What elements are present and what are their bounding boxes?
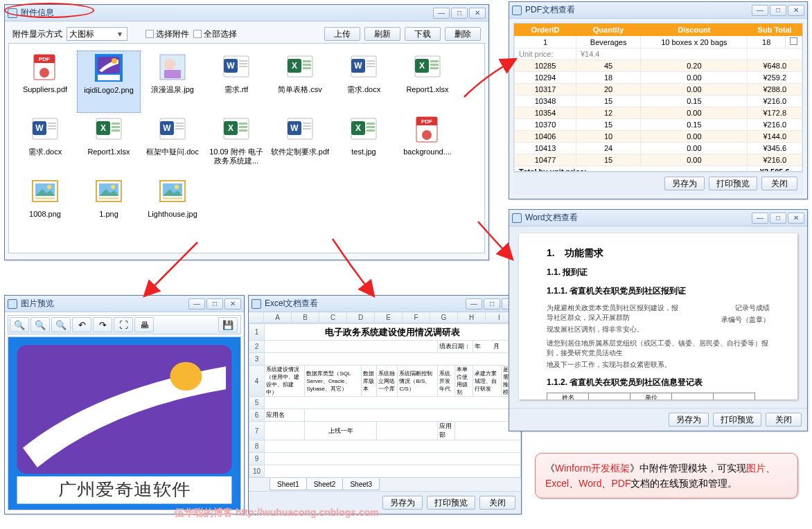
file-item[interactable]: XReport1.xlsx xyxy=(77,113,141,175)
print-icon[interactable]: 🖶 xyxy=(134,317,154,332)
table-row: 10285450.20¥648.0 xyxy=(515,60,802,72)
file-item[interactable]: 浪漫温泉.jpg xyxy=(141,51,204,113)
file-item[interactable]: PDFbackground.... xyxy=(396,113,459,175)
sheet-tab[interactable]: Sheet2 xyxy=(306,478,344,490)
file-item[interactable]: X简单表格.csv xyxy=(268,51,332,113)
file-item[interactable]: W需求.docx xyxy=(13,113,77,175)
spreadsheet-grid[interactable]: 1电子政务系统建设使用情况调研表 2填表日期：年 月 日 3 4 系统建设情况（… xyxy=(249,323,521,477)
svg-rect-69 xyxy=(367,129,375,132)
table-row: 10317200.00¥288.0 xyxy=(515,84,802,96)
minimize-button[interactable]: — xyxy=(466,298,482,310)
svg-rect-9 xyxy=(164,70,181,78)
svg-text:广州爱奇迪软件: 广州爱奇迪软件 xyxy=(58,481,191,499)
minimize-button[interactable]: — xyxy=(433,8,450,19)
file-list: PDFSuppliers.pdfiqidiLogo2.png浪漫温泉.jpgW需… xyxy=(8,43,485,253)
svg-rect-67 xyxy=(367,123,375,125)
file-item[interactable]: X10.09 附件 电子政务系统建... xyxy=(204,113,268,175)
maximize-button[interactable]: □ xyxy=(484,298,500,310)
file-item[interactable]: PDFSuppliers.pdf xyxy=(13,51,77,113)
file-label: 需求.docx xyxy=(347,85,380,94)
file-item[interactable]: XReport1.xlsx xyxy=(396,51,459,113)
file-item[interactable]: 1008.png xyxy=(13,175,77,237)
word-icon: W xyxy=(157,114,188,145)
select-attach-checkbox[interactable]: 选择附件 xyxy=(145,28,189,40)
svg-rect-63 xyxy=(303,128,311,129)
file-label: Report1.xlsx xyxy=(87,147,130,156)
saveas-button[interactable]: 另存为 xyxy=(382,496,423,510)
titlebar[interactable]: Excel文档查看 — □ ✕ xyxy=(249,296,521,312)
file-item[interactable]: Lighthouse.jpg xyxy=(141,175,204,237)
zoom-fit-icon[interactable]: 🔍 xyxy=(51,317,71,332)
svg-rect-20 xyxy=(303,64,311,66)
saveas-button[interactable]: 另存为 xyxy=(664,177,705,190)
printpreview-button[interactable]: 打印预览 xyxy=(713,413,761,427)
word-icon: W xyxy=(221,52,251,82)
zoom-out-icon[interactable]: 🔍 xyxy=(10,317,29,332)
zoom-in-icon[interactable]: 🔍 xyxy=(30,317,50,332)
sheet-tab[interactable]: Sheet1 xyxy=(270,478,307,490)
download-button[interactable]: 下载 xyxy=(405,27,441,41)
annotation-callout: 《Winform开发框架》中附件管理模块，可实现图片、Excel、Word、PD… xyxy=(535,453,798,499)
file-label: Lighthouse.jpg xyxy=(148,210,197,219)
titlebar[interactable]: 图片预览 — □ ✕ xyxy=(5,296,244,312)
file-item[interactable]: Xtest.jpg xyxy=(332,113,396,175)
svg-rect-19 xyxy=(303,60,311,62)
fullscreen-icon[interactable]: ⛶ xyxy=(114,317,133,332)
file-label: background.... xyxy=(403,147,452,156)
minimize-button[interactable]: — xyxy=(752,5,768,16)
printpreview-button[interactable]: 打印预览 xyxy=(427,496,475,510)
upload-button[interactable]: 上传 xyxy=(324,27,360,41)
svg-rect-13 xyxy=(239,60,247,62)
minimize-button[interactable]: — xyxy=(188,298,205,310)
refresh-button[interactable]: 刷新 xyxy=(364,27,400,41)
svg-rect-25 xyxy=(367,60,375,62)
file-item[interactable]: W需求.rtf xyxy=(204,51,268,113)
file-item[interactable]: W软件定制要求.pdf xyxy=(268,113,332,175)
window-title: Word文档查看 xyxy=(525,212,752,224)
word-viewer-window: Word文档查看 — □ ✕ 1. 功能需求 1.1. 报到证 1.1.1. 省… xyxy=(509,209,808,431)
save-icon[interactable]: 💾 xyxy=(218,317,238,332)
svg-rect-6 xyxy=(98,75,120,80)
word-icon: W xyxy=(348,52,379,82)
select-all-checkbox[interactable]: 全部选择 xyxy=(193,28,237,40)
image-canvas: 广州爱奇迪软件 xyxy=(8,337,241,510)
close-button[interactable]: 关闭 xyxy=(479,496,515,510)
file-item[interactable]: 1.png xyxy=(77,175,141,237)
maximize-button[interactable]: □ xyxy=(451,8,468,19)
img-generic-icon xyxy=(30,177,60,207)
delete-button[interactable]: 删除 xyxy=(445,27,481,41)
rotate-right-icon[interactable]: ↷ xyxy=(93,317,112,332)
excel-icon: X xyxy=(94,114,124,145)
svg-rect-38 xyxy=(48,125,56,127)
close-button[interactable]: ✕ xyxy=(224,298,241,310)
svg-rect-51 xyxy=(175,128,184,129)
titlebar[interactable]: PDF文档查看 — □ ✕ xyxy=(509,2,807,19)
maximize-button[interactable]: □ xyxy=(206,298,223,310)
svg-rect-45 xyxy=(112,129,120,132)
printpreview-button[interactable]: 打印预览 xyxy=(709,177,757,190)
pdf-icon: PDF xyxy=(412,114,443,145)
titlebar[interactable]: Word文档查看 — □ ✕ xyxy=(509,210,807,226)
close-button[interactable]: ✕ xyxy=(788,213,804,224)
close-button[interactable]: ✕ xyxy=(788,5,804,16)
maximize-button[interactable]: □ xyxy=(770,213,786,224)
file-item[interactable]: W需求.docx xyxy=(332,51,396,113)
file-item[interactable]: iqidiLogo2.png xyxy=(77,51,141,113)
saveas-button[interactable]: 另存为 xyxy=(669,413,709,427)
display-mode-select[interactable]: 大图标 ▾ xyxy=(67,27,127,41)
word-icon: W xyxy=(30,114,60,145)
minimize-button[interactable]: — xyxy=(752,213,768,224)
maximize-button[interactable]: □ xyxy=(770,5,786,16)
file-item[interactable]: W框架中疑问.doc xyxy=(141,113,204,175)
close-button[interactable]: 关闭 xyxy=(766,413,802,427)
svg-point-87 xyxy=(170,362,202,391)
excel-icon: X xyxy=(348,114,379,145)
close-button[interactable]: 关闭 xyxy=(761,177,797,190)
rotate-left-icon[interactable]: ↶ xyxy=(72,317,91,332)
svg-rect-80 xyxy=(99,197,118,199)
window-title: PDF文档查看 xyxy=(525,4,752,16)
sheet-tab[interactable]: Sheet3 xyxy=(342,478,380,490)
svg-rect-84 xyxy=(163,197,182,199)
img-thumb-icon xyxy=(94,53,124,83)
close-button[interactable]: ✕ xyxy=(469,8,486,19)
